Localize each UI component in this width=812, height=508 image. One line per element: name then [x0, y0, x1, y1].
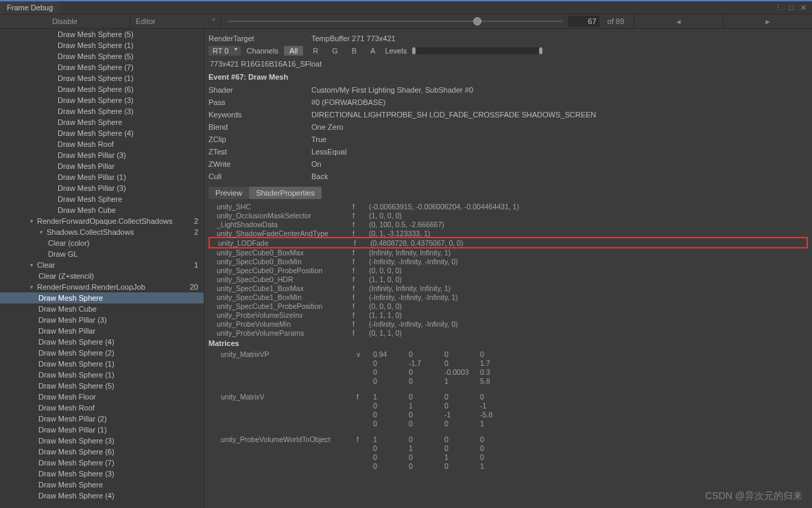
tree-row[interactable]: Draw Mesh Sphere (4)	[0, 490, 204, 501]
tree-row[interactable]: Draw Mesh Cube	[0, 303, 204, 314]
tree-row[interactable]: Draw Mesh Sphere	[0, 292, 204, 303]
prev-frame-button[interactable]: ◄	[634, 14, 723, 28]
slider-thumb[interactable]	[473, 17, 481, 25]
preview-tab[interactable]: Preview	[208, 187, 249, 199]
watermark: CSDN @异次元的归来	[705, 490, 802, 503]
tree-row[interactable]: Draw Mesh Sphere (5)	[0, 29, 204, 40]
tree-row[interactable]: Draw Mesh Sphere (6)	[0, 84, 204, 95]
tree-row[interactable]: Draw Mesh Sphere (6)	[0, 446, 204, 457]
matrix-row: 0001	[208, 419, 808, 428]
tree-row[interactable]: Clear (color)	[0, 238, 204, 249]
tree-row[interactable]: Draw Mesh Pillar (1)	[0, 172, 204, 183]
property-row: ZTestLessEqual	[204, 146, 812, 158]
tree-row[interactable]: Draw Mesh Floor	[0, 391, 204, 402]
levels-label: Levels	[385, 47, 407, 55]
tree-row[interactable]: Draw Mesh Sphere (4)	[0, 128, 204, 139]
tree-row[interactable]: Draw Mesh Pillar (3)	[0, 314, 204, 325]
shader-property-row: unity_ProbeVolumeMinf(-Infinity, -Infini…	[208, 319, 808, 328]
channel-a-button[interactable]: A	[366, 46, 379, 56]
tree-row[interactable]: Draw Mesh Sphere (3)	[0, 435, 204, 446]
shader-property-row: unity_SpecCube1_ProbePositionf(0, 0, 0, …	[208, 301, 808, 310]
draw-call-tree: Draw Mesh Sphere (5)Draw Mesh Sphere (1)…	[0, 29, 204, 508]
matrix-row: unity_MatrixVf1000	[208, 392, 808, 401]
channel-g-button[interactable]: G	[328, 46, 342, 56]
levels-slider[interactable]	[412, 47, 542, 54]
property-row: KeywordsDIRECTIONAL LIGHTPROBE_SH LOD_FA…	[204, 108, 812, 121]
tree-row[interactable]: Draw Mesh Sphere	[0, 194, 204, 205]
tree-row[interactable]: Clear (Z+stencil)	[0, 270, 204, 281]
matrix-row: 0001	[208, 461, 808, 470]
channel-r-button[interactable]: R	[309, 46, 322, 56]
channel-all-button[interactable]: All	[284, 46, 303, 56]
matrix-row: unity_MatrixVPv0.94000	[208, 349, 808, 358]
matrix-row: 0100	[208, 443, 808, 452]
tree-row[interactable]: Draw Mesh Pillar (3)	[0, 183, 204, 194]
close-icon[interactable]: ✕	[800, 3, 807, 12]
details-panel: RenderTarget TempBuffer 271 773x421 RT 0…	[204, 29, 812, 508]
levels-min-handle[interactable]	[412, 47, 416, 54]
tree-row[interactable]: Draw Mesh Pillar (3)	[0, 150, 204, 161]
maximize-icon[interactable]: □	[789, 3, 793, 12]
shader-property-row: unity_SHCf(-0.00663915, -0.006006204, -0…	[208, 202, 808, 211]
matrix-row: 00-1-5.8	[208, 410, 808, 419]
matrix-row: 0-1.701.7	[208, 358, 808, 367]
render-format: 773x421 R16G16B16A16_SFloat	[204, 58, 812, 70]
matrix-row: 0010	[208, 452, 808, 461]
mode-dropdown[interactable]: Editor	[130, 16, 221, 27]
tree-row[interactable]: Draw Mesh Sphere (2)	[0, 347, 204, 358]
tree-row[interactable]: ▼RenderForward.RenderLoopJob20	[0, 281, 204, 292]
frame-total: of 89	[605, 17, 627, 25]
tree-row[interactable]: Draw Mesh Sphere (5)	[0, 51, 204, 62]
tree-row[interactable]: Draw Mesh Roof	[0, 139, 204, 150]
render-target-label: RenderTarget	[208, 34, 311, 43]
tree-row[interactable]: Draw GL	[0, 249, 204, 259]
toolbar: Disable Editor of 89 ◄ ►	[0, 14, 812, 29]
tree-row[interactable]: Draw Mesh Sphere (1)	[0, 73, 204, 84]
tree-row[interactable]: Draw Mesh Sphere (4)	[0, 336, 204, 347]
matrix-row: unity_ProbeVolumeWorldToObjectf1000	[208, 435, 808, 443]
tree-row[interactable]: Draw Mesh Pillar	[0, 161, 204, 172]
rt-dropdown[interactable]: RT 0	[208, 46, 241, 56]
tree-row[interactable]: Draw Mesh Pillar	[0, 325, 204, 336]
levels-max-handle[interactable]	[539, 47, 542, 54]
tree-row[interactable]: ▼Shadows.CollectShadows2	[0, 227, 204, 238]
tree-row[interactable]: Draw Mesh Cube	[0, 205, 204, 216]
render-target-value: TempBuffer 271 773x421	[311, 34, 396, 43]
shader-property-row: unity_OcclusionMaskSelectorf(1, 0, 0, 0)	[208, 211, 808, 220]
shader-properties-tab[interactable]: ShaderProperties	[249, 187, 322, 199]
property-row: ShaderCustom/My First Lighting Shader, S…	[204, 84, 812, 96]
shader-property-row: unity_SpecCube1_BoxMaxf(Infinity, Infini…	[208, 284, 808, 292]
shader-property-row: unity_LODFadef(0.4808728, 0.4375067, 0, …	[208, 237, 808, 249]
property-row: ZWriteOn	[204, 158, 812, 170]
window-title[interactable]: Frame Debug	[0, 1, 60, 14]
tree-row[interactable]: Draw Mesh Sphere (7)	[0, 62, 204, 73]
tree-row[interactable]: Draw Mesh Sphere (3)	[0, 106, 204, 117]
disable-button[interactable]: Disable	[0, 16, 130, 27]
tree-row[interactable]: Draw Mesh Sphere (1)	[0, 40, 204, 51]
frame-slider[interactable]	[228, 21, 562, 22]
next-frame-button[interactable]: ►	[723, 14, 812, 28]
matrix-row: 010-1	[208, 401, 808, 410]
property-row: Pass#0 (FORWARDBASE)	[204, 96, 812, 108]
tree-row[interactable]: Draw Mesh Sphere (3)	[0, 468, 204, 479]
tree-row[interactable]: Draw Mesh Pillar (1)	[0, 424, 204, 435]
frame-number-input[interactable]	[568, 16, 599, 27]
tree-row[interactable]: ▼Clear1	[0, 259, 204, 270]
tree-row[interactable]: Draw Mesh Sphere	[0, 479, 204, 490]
tree-row[interactable]: Draw Mesh Sphere (1)	[0, 358, 204, 369]
shader-property-row: unity_ShadowFadeCenterAndTypef(0, 1, -3.…	[208, 229, 808, 238]
tree-row[interactable]: Draw Mesh Sphere (3)	[0, 95, 204, 106]
tree-row[interactable]: ▼RenderForwardOpaque.CollectShadows2	[0, 216, 204, 227]
property-row: ZClipTrue	[204, 133, 812, 146]
tree-row[interactable]: Draw Mesh Sphere (1)	[0, 369, 204, 380]
shader-property-row: unity_SpecCube0_HDRf(1, 1, 0, 0)	[208, 275, 808, 284]
tree-row[interactable]: Draw Mesh Sphere (5)	[0, 380, 204, 391]
tree-row[interactable]: Draw Mesh Pillar (2)	[0, 413, 204, 424]
tree-row[interactable]: Draw Mesh Sphere	[0, 117, 204, 128]
channel-b-button[interactable]: B	[348, 46, 361, 56]
tree-row[interactable]: Draw Mesh Sphere (7)	[0, 457, 204, 468]
tree-row[interactable]: Draw Mesh Roof	[0, 402, 204, 413]
shader-property-row: unity_ProbeVolumeSizeInvf(1, 1, 1, 0)	[208, 310, 808, 319]
menu-icon[interactable]: ⋮	[774, 3, 782, 12]
shader-property-row: unity_SpecCube0_ProbePositionf(0, 0, 0, …	[208, 266, 808, 275]
